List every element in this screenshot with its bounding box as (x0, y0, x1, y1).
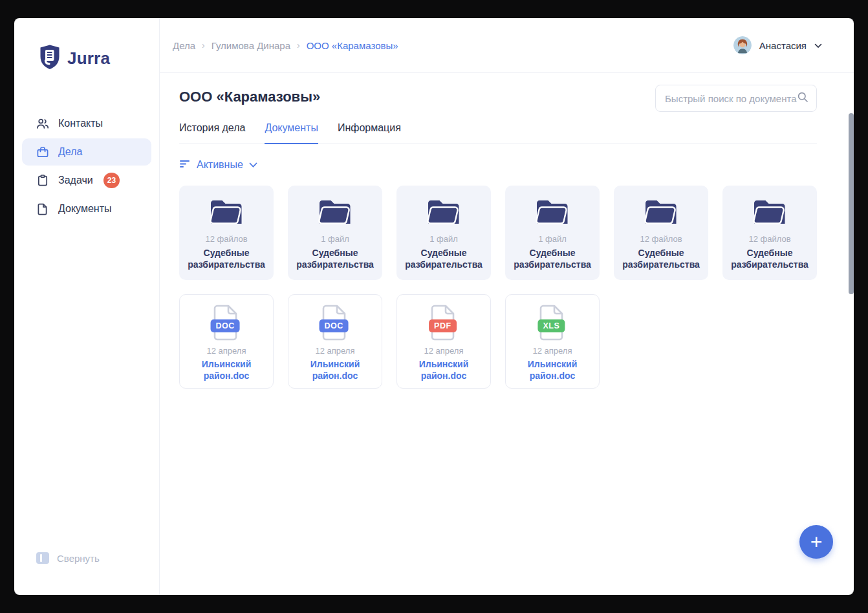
file-card[interactable]: DOC 12 апреля Ильинский район.doc (288, 294, 382, 389)
sidebar-item-label: Контакты (58, 118, 103, 129)
tab-bar: История дела Документы Информация (179, 122, 817, 144)
file-type-badge: XLS (537, 319, 565, 332)
folder-title: Судебные разбирательства (505, 247, 600, 270)
folder-title: Судебные разбирательства (722, 247, 817, 270)
filter-dropdown[interactable]: Активные (179, 158, 257, 171)
breadcrumb-client[interactable]: Гулимова Динара (212, 40, 290, 51)
folder-icon (751, 197, 788, 230)
file-date: 12 апреля (533, 346, 572, 356)
user-name: Анастасия (759, 40, 807, 51)
main-area: Дела › Гулимова Динара › ООО «Карамазовы… (160, 18, 854, 595)
breadcrumb-current: ООО «Карамазовы» (307, 40, 398, 51)
file-date: 12 апреля (424, 346, 464, 356)
file-type-badge: PDF (429, 319, 457, 332)
search-box (655, 85, 817, 112)
folder-card[interactable]: 1 файл Судебные разбирательства (396, 186, 491, 280)
search-icon[interactable] (797, 91, 808, 105)
folder-file-count: 12 файлов (640, 234, 682, 244)
file-date: 12 апреля (316, 346, 355, 356)
folder-file-count: 1 файл (429, 234, 458, 244)
folder-icon (642, 197, 680, 230)
file-type-badge: DOC (211, 319, 240, 332)
tab-case-history[interactable]: История дела (179, 122, 245, 144)
logo: Jurra (22, 44, 151, 72)
folder-icon (425, 197, 462, 230)
tasks-count-badge: 23 (103, 173, 120, 188)
file-card[interactable]: PDF 12 апреля Ильинский район.doc (396, 294, 491, 389)
chevron-down-icon (249, 159, 257, 171)
folder-file-count: 1 файл (321, 234, 349, 244)
briefcase-icon (36, 145, 49, 158)
file-card[interactable]: XLS 12 апреля Ильинский район.doc (505, 294, 600, 389)
sidebar: Jurra Контакты (14, 18, 160, 595)
file-grid: DOC 12 апреля Ильинский район.doc DOC (179, 294, 817, 389)
breadcrumb: Дела › Гулимова Динара › ООО «Карамазовы… (173, 40, 398, 51)
collapse-icon (36, 552, 49, 564)
folder-grid: 12 файлов Судебные разбирательства 1 фай… (179, 186, 817, 280)
chevron-down-icon (814, 39, 822, 51)
sidebar-item-contacts[interactable]: Контакты (22, 110, 151, 137)
app-window: Jurra Контакты (14, 18, 854, 595)
avatar (733, 36, 752, 54)
folder-file-count: 12 файлов (205, 234, 247, 244)
file-icon: XLS (537, 304, 567, 341)
scrollbar-thumb[interactable] (849, 113, 854, 294)
file-name: Ильинский район.doc (288, 358, 382, 382)
folder-title: Судебные разбирательства (396, 247, 491, 270)
file-type-badge: DOC (320, 319, 349, 332)
folder-card[interactable]: 1 файл Судебные разбирательства (505, 186, 600, 280)
folder-title: Судебные разбирательства (179, 247, 274, 270)
folder-file-count: 12 файлов (748, 234, 790, 244)
filter-icon (179, 158, 191, 171)
file-name: Ильинский район.doc (180, 358, 273, 382)
topbar: Дела › Гулимова Динара › ООО «Карамазовы… (160, 18, 854, 73)
file-icon: DOC (320, 304, 350, 341)
sidebar-item-tasks[interactable]: Задачи 23 (22, 167, 151, 194)
folder-icon (534, 197, 571, 230)
sidebar-item-label: Дела (58, 146, 82, 158)
file-icon: DOC (212, 304, 241, 341)
file-card[interactable]: DOC 12 апреля Ильинский район.doc (179, 294, 274, 389)
breadcrumb-cases[interactable]: Дела (173, 40, 195, 51)
collapse-label: Свернуть (57, 553, 100, 564)
sidebar-nav: Контакты Дела (22, 110, 151, 222)
user-menu[interactable]: Анастасия (733, 36, 822, 54)
sidebar-item-label: Задачи (58, 175, 93, 186)
file-name: Ильинский район.doc (397, 358, 490, 382)
file-icon: PDF (429, 304, 459, 341)
search-input[interactable] (665, 93, 797, 104)
people-icon (36, 117, 49, 130)
folder-card[interactable]: 1 файл Судебные разбирательства (288, 186, 382, 280)
logo-shield-icon (39, 44, 61, 72)
filter-label: Активные (197, 159, 243, 171)
sidebar-item-label: Документы (58, 203, 111, 215)
clipboard-icon (36, 174, 49, 187)
chevron-right-icon: › (202, 40, 205, 50)
logo-text: Jurra (67, 48, 110, 69)
folder-title: Судебные разбирательства (288, 247, 382, 270)
folder-card[interactable]: 12 файлов Судебные разбирательства (179, 186, 274, 280)
file-date: 12 апреля (207, 346, 246, 356)
folder-card[interactable]: 12 файлов Судебные разбирательства (722, 186, 817, 280)
add-button[interactable]: + (799, 525, 833, 559)
folder-title: Судебные разбирательства (614, 247, 708, 270)
folder-icon (208, 197, 245, 230)
file-name: Ильинский район.doc (506, 358, 599, 382)
collapse-sidebar-button[interactable]: Свернуть (36, 552, 100, 564)
folder-card[interactable]: 12 файлов Судебные разбирательства (614, 186, 708, 280)
folder-icon (316, 197, 354, 230)
sidebar-item-documents[interactable]: Документы (22, 195, 151, 222)
sidebar-item-cases[interactable]: Дела (22, 138, 151, 166)
page-title: ООО «Карамазовы» (179, 85, 320, 105)
folder-file-count: 1 файл (538, 234, 567, 244)
chevron-right-icon: › (297, 40, 300, 50)
tab-information[interactable]: Информация (338, 122, 401, 144)
tab-documents[interactable]: Документы (265, 122, 318, 144)
document-icon (36, 202, 49, 215)
content: ООО «Карамазовы» История дела Документы … (160, 73, 854, 595)
